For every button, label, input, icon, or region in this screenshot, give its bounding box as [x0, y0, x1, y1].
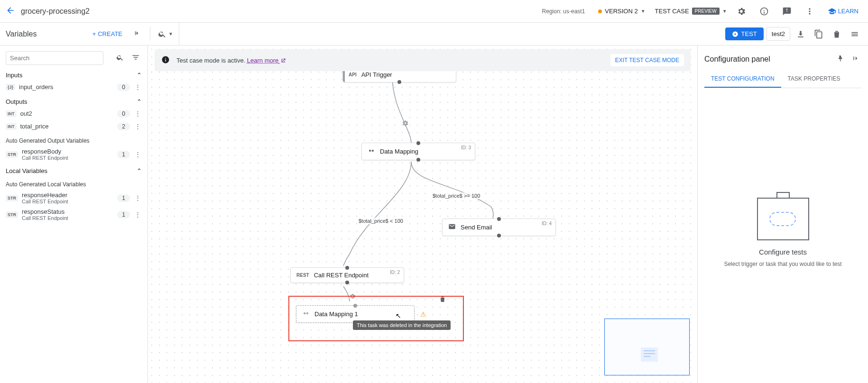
version-label: VERSION 2 [605, 8, 637, 15]
var-name: responseStatus [22, 208, 113, 215]
type-chip: STR [6, 195, 18, 201]
var-row[interactable]: STR responseStatus Call REST Endpoint 1 … [4, 206, 144, 223]
chevron-up-icon: ⌃ [137, 72, 142, 79]
sidebar: Inputs ⌃ {J} input_orders 0 ⋮ Outputs ⌃ … [0, 46, 148, 383]
minimap[interactable] [604, 319, 690, 375]
node-data-mapping[interactable]: ID: 3 Data Mapping [361, 143, 475, 160]
var-name: input_orders [19, 83, 113, 91]
more-icon[interactable]: ⋮ [134, 193, 142, 202]
node-id: ID: 4 [542, 221, 552, 226]
more-icon[interactable]: ⋮ [134, 82, 142, 91]
more-icon[interactable]: ⋮ [134, 210, 142, 219]
collapse-panel-icon[interactable] [849, 52, 861, 66]
section-outputs[interactable]: Outputs ⌃ [4, 93, 144, 107]
edge-condition: $total_price$ < 100 [358, 218, 404, 224]
type-chip: {J} [6, 84, 15, 91]
tooltip: This task was deleted in the integration [353, 320, 451, 330]
node-label: Call REST Endpoint [314, 272, 369, 279]
section-local[interactable]: Local Variables ⌃ [4, 163, 144, 176]
node-id: ID: 2 [390, 270, 400, 275]
test-button[interactable]: TEST [725, 27, 764, 40]
node-id: ID: 3 [461, 145, 471, 150]
version-dropdown[interactable]: VERSION 2 ▼ [594, 6, 649, 17]
var-name: responseBody [22, 148, 113, 155]
var-row[interactable]: STR responseHeader Call REST Endpoint 1 … [4, 190, 144, 206]
region-label: Region: us-east1 [542, 8, 585, 15]
topbar: grocery-processing2 Region: us-east1 VER… [0, 0, 868, 23]
section-auto-local: Auto Generated Local Variables [4, 176, 144, 190]
section-label: Outputs [6, 98, 28, 105]
settings-icon[interactable] [733, 3, 750, 20]
tab-test-configuration[interactable]: TEST CONFIGURATION [704, 71, 781, 88]
search-input[interactable] [6, 51, 103, 65]
learn-more-link[interactable]: Learn more [247, 57, 286, 64]
chevron-down-icon: ▼ [641, 9, 646, 14]
create-label: CREATE [98, 30, 122, 37]
node-label: Data Mapping [380, 148, 418, 155]
email-icon [448, 223, 456, 232]
canvas[interactable]: Test case mode is active. Learn more EXI… [148, 46, 697, 383]
external-link-icon [280, 58, 286, 64]
feedback-icon[interactable] [778, 3, 795, 20]
testcase-label: TEST CASE [655, 8, 689, 15]
more-icon[interactable]: ⋮ [134, 150, 142, 159]
count-chip: 0 [117, 83, 130, 91]
collapse-sidebar-icon[interactable] [128, 26, 144, 42]
filter-icon[interactable] [129, 51, 142, 65]
more-icon[interactable]: ⋮ [134, 122, 142, 131]
plus-icon: + [92, 30, 96, 37]
zoom-icon [158, 30, 166, 38]
type-chip: STR [6, 151, 18, 158]
chevron-up-icon: ⌃ [137, 98, 142, 105]
var-name: out2 [20, 110, 114, 117]
count-chip: 1 [117, 151, 130, 158]
more-icon[interactable] [801, 3, 818, 20]
play-icon [732, 31, 739, 37]
var-row[interactable]: STR responseBody Call REST Endpoint 1 ⋮ [4, 146, 144, 163]
warning-icon: ⚠ [420, 310, 426, 318]
node-call-rest[interactable]: ID: 2 REST Call REST Endpoint [290, 267, 404, 283]
testcase-dropdown[interactable]: TEST CASE PREVIEW ▼ [655, 8, 727, 15]
download-icon[interactable] [793, 27, 808, 42]
empty-title: Configure tests [759, 248, 807, 256]
preview-badge: PREVIEW [692, 8, 720, 15]
config-tabs: TEST CONFIGURATION TASK PROPERTIES [704, 71, 861, 88]
node-label: Data Mapping 1 [314, 310, 358, 318]
rest-icon: REST [296, 273, 309, 278]
pin-icon[interactable] [834, 52, 846, 66]
var-sub: Call REST Endpoint [22, 215, 113, 221]
type-chip: INT [6, 123, 17, 130]
config-panel: Configuration panel TEST CONFIGURATION T… [697, 46, 868, 383]
section-inputs[interactable]: Inputs ⌃ [4, 67, 144, 81]
var-row[interactable]: {J} input_orders 0 ⋮ [4, 81, 144, 93]
delete-icon[interactable] [829, 27, 844, 42]
delete-node-icon[interactable] [439, 295, 446, 304]
edge-settings-icon[interactable] [401, 119, 409, 128]
config-title: Configuration panel [704, 55, 831, 64]
exit-test-mode-button[interactable]: EXIT TEST CASE MODE [610, 54, 684, 66]
api-icon: API [349, 72, 357, 77]
empty-state: Configure tests Select trigger or task t… [704, 88, 861, 376]
section-label: Local Variables [6, 167, 47, 174]
info-icon[interactable] [756, 3, 773, 20]
var-row[interactable]: INT out2 0 ⋮ [4, 107, 144, 120]
back-icon[interactable] [6, 6, 15, 17]
more-icon[interactable]: ⋮ [134, 109, 142, 118]
tab-task-properties[interactable]: TASK PROPERTIES [781, 71, 847, 88]
learn-button[interactable]: LEARN [824, 5, 862, 18]
frame-illustration [757, 198, 809, 240]
test-name-field[interactable]: test2 [766, 27, 790, 41]
node-send-email[interactable]: ID: 4 Send Email [442, 219, 556, 236]
var-sub: Call REST Endpoint [22, 155, 113, 161]
type-chip: INT [6, 110, 17, 117]
menu-icon[interactable] [847, 27, 862, 42]
info-bar: Test case mode is active. Learn more EXI… [155, 49, 691, 71]
chevron-up-icon: ⌃ [137, 167, 142, 174]
create-button[interactable]: + CREATE [89, 28, 126, 39]
type-chip: STR [6, 211, 18, 218]
zoom-control[interactable]: ▼ [152, 23, 179, 45]
copy-icon[interactable] [811, 27, 826, 42]
info-icon [161, 55, 170, 65]
section-auto-out: Auto Generated Output Variables [4, 133, 144, 146]
var-row[interactable]: INT total_price 2 ⋮ [4, 120, 144, 133]
